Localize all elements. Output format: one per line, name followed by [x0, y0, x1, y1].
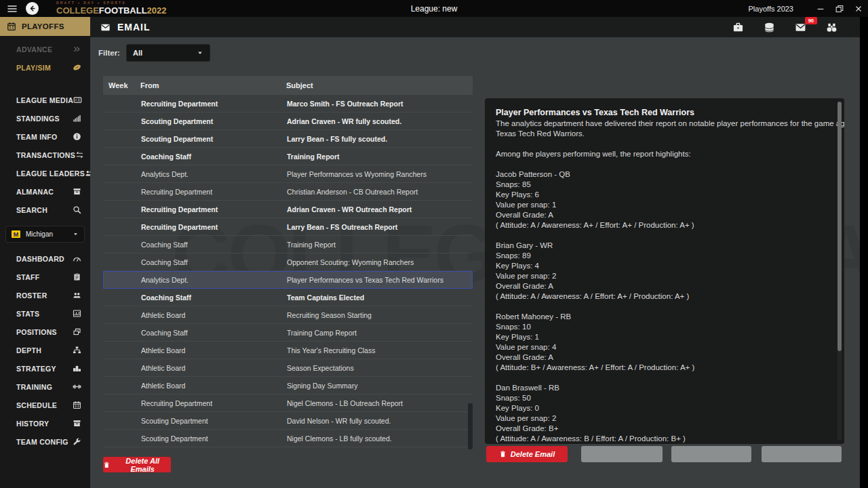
column-week: Week: [103, 81, 140, 89]
search-icon: [73, 205, 81, 214]
email-row[interactable]: Recruiting Department Christian Anderson…: [103, 183, 473, 201]
sidebar-item-team-info[interactable]: TEAM INFO: [0, 127, 90, 146]
email-body-line: Overall Grade: A: [496, 281, 828, 291]
email-body-line: Value per snap: 4: [496, 342, 828, 352]
close-button[interactable]: [849, 0, 868, 17]
delete-email-button[interactable]: Delete Email: [486, 446, 568, 462]
sidebar-item-stats[interactable]: STATS: [0, 304, 90, 323]
sidebar-item-advance[interactable]: ADVANCE: [0, 40, 90, 58]
session-label: Playoffs 2023: [749, 5, 793, 13]
email-body-line: [496, 159, 828, 169]
email-row[interactable]: Analytics Dept. Player Performances vs T…: [103, 271, 473, 289]
sidebar-item-standings[interactable]: STANDINGS: [0, 109, 90, 127]
email-row[interactable]: Athletic Board Season Expectations: [103, 359, 473, 377]
sidebar-item-staff[interactable]: STAFF: [0, 268, 90, 286]
filter-row: Filter: All: [98, 44, 210, 62]
email-body-line: Key Plays: 4: [496, 261, 828, 271]
detail-scrollbar-track[interactable]: [837, 102, 842, 441]
column-subject: Subject: [286, 81, 473, 89]
league-title: League: new: [0, 4, 868, 14]
inbox-envelope-icon[interactable]: 90: [794, 22, 807, 33]
bars-icon: [73, 114, 81, 123]
sidebar-item-training[interactable]: TRAINING: [0, 378, 90, 396]
unread-count-badge: 90: [805, 17, 817, 25]
chart-icon: [73, 309, 81, 318]
email-body-line: Brian Gary - WR: [496, 241, 828, 251]
sidebar-item-transactions[interactable]: TRANSACTIONS: [0, 146, 90, 164]
email-header-bar: EMAIL 90: [90, 17, 860, 37]
archive-icon: [73, 419, 81, 428]
sidebar-nav: ADVANCE PLAY/SIM LEAGUE MEDIA STANDINGS …: [0, 36, 90, 451]
email-row[interactable]: Athletic Board Signing Day Summary: [103, 377, 473, 394]
email-body-line: [496, 139, 828, 149]
caret-down-icon: [73, 231, 79, 237]
sidebar-header-playoffs[interactable]: PLAYOFFS: [0, 17, 90, 36]
sidebar-item-depth[interactable]: DEPTH: [0, 341, 90, 359]
email-body-line: [496, 302, 828, 312]
email-body-line: Snaps: 50: [496, 393, 828, 403]
email-body-line: Snaps: 85: [496, 180, 828, 190]
email-body-line: Among the players performing well, the r…: [496, 149, 828, 159]
email-row[interactable]: Scouting Department Larry Bean - FS full…: [103, 130, 473, 148]
dumbbell-icon: [73, 382, 81, 391]
email-row[interactable]: Coaching Staff Training Report: [103, 148, 473, 165]
email-body-line: Dan Braswell - RB: [496, 383, 828, 393]
caret-down-icon: [197, 49, 203, 56]
dashboard-icon: [73, 254, 81, 263]
blank-action-button-1[interactable]: [581, 446, 663, 462]
strategy-icon: [73, 364, 81, 373]
filter-dropdown[interactable]: All: [126, 44, 210, 62]
email-row[interactable]: Analytics Dept. Player Performances vs W…: [103, 165, 473, 183]
blank-action-button-2[interactable]: [671, 446, 751, 462]
email-row[interactable]: Recruiting Department Marco Smith - FS O…: [103, 95, 473, 113]
email-row[interactable]: Scouting Department Nigel Clemons - LB f…: [103, 430, 473, 447]
sidebar-item-history[interactable]: HISTORY: [0, 414, 90, 432]
sidebar-item-league-leaders[interactable]: LEAGUE LEADERS: [0, 164, 90, 182]
sidebar-item-schedule[interactable]: SCHEDULE: [0, 396, 90, 414]
exchange-icon: [75, 150, 84, 159]
team-selector[interactable]: M Michigan: [5, 226, 85, 243]
email-detail-title: Player Performances vs Texas Tech Red Wa…: [496, 108, 828, 117]
email-row[interactable]: Coaching Staff Training Camp Report: [103, 324, 473, 342]
email-row[interactable]: Athletic Board Recruiting Season Startin…: [103, 306, 473, 324]
sidebar-item-almanac[interactable]: ALMANAC: [0, 182, 90, 201]
email-content: COLLEGEFOOTBALL Filter: All Week From Su…: [90, 37, 860, 488]
trash-icon: [103, 461, 110, 469]
sidebar-item-positions[interactable]: POSITIONS: [0, 323, 90, 341]
delete-all-emails-button[interactable]: Delete All Emails: [103, 457, 171, 472]
sidebar-item-search[interactable]: SEARCH: [0, 201, 90, 219]
email-body-line: [496, 373, 828, 383]
email-row[interactable]: Coaching Staff Team Captains Elected: [103, 289, 473, 306]
email-row[interactable]: Scouting Department David Nelson - WR fu…: [103, 412, 473, 430]
sidebar-item-roster[interactable]: ROSTER: [0, 286, 90, 304]
restore-button[interactable]: [830, 0, 849, 17]
email-body-line: ( Attitude: A / Awareness: A / Effort: A…: [496, 291, 828, 302]
email-icon: [100, 22, 111, 33]
minimize-button[interactable]: [811, 0, 830, 17]
database-icon[interactable]: [763, 22, 776, 33]
sidebar-item-team-config[interactable]: TEAM CONFIG: [0, 432, 90, 451]
windows-icon: [73, 327, 81, 336]
briefcase-icon[interactable]: [732, 22, 745, 33]
email-list: Week From Subject Recruiting Department …: [103, 76, 473, 451]
email-list-scrollbar[interactable]: [468, 403, 473, 449]
email-row[interactable]: Coaching Staff Opponent Scouting: Wyomin…: [103, 253, 473, 271]
sidebar-item-league-media[interactable]: LEAGUE MEDIA: [0, 91, 90, 109]
page-title: EMAIL: [117, 22, 151, 33]
email-row[interactable]: Recruiting Department Larry Bean - FS Ou…: [103, 218, 473, 236]
blank-action-button-3[interactable]: [762, 446, 842, 462]
media-icon: [73, 96, 82, 104]
detail-scrollbar-thumb[interactable]: [837, 102, 842, 351]
sidebar-item-strategy[interactable]: STRATEGY: [0, 359, 90, 378]
header-toolbar: 90: [732, 22, 850, 33]
email-row[interactable]: Scouting Department Adrian Craven - WR f…: [103, 113, 473, 130]
sidebar-item-dashboard[interactable]: DASHBOARD: [0, 249, 90, 268]
sidebar-item-play-sim[interactable]: PLAY/SIM: [0, 58, 90, 77]
email-row[interactable]: Coaching Staff Training Report: [103, 236, 473, 253]
email-row[interactable]: Athletic Board This Year's Recruiting Cl…: [103, 342, 473, 359]
email-row[interactable]: Recruiting Department Adrian Craven - WR…: [103, 201, 473, 218]
email-body-line: Key Plays: 6: [496, 190, 828, 200]
binoculars-icon[interactable]: [825, 22, 838, 33]
email-row[interactable]: Recruiting Department Nigel Clemons - LB…: [103, 394, 473, 412]
sidebar: PLAYOFFS ADVANCE PLAY/SIM LEAGUE MEDIA S…: [0, 17, 90, 488]
